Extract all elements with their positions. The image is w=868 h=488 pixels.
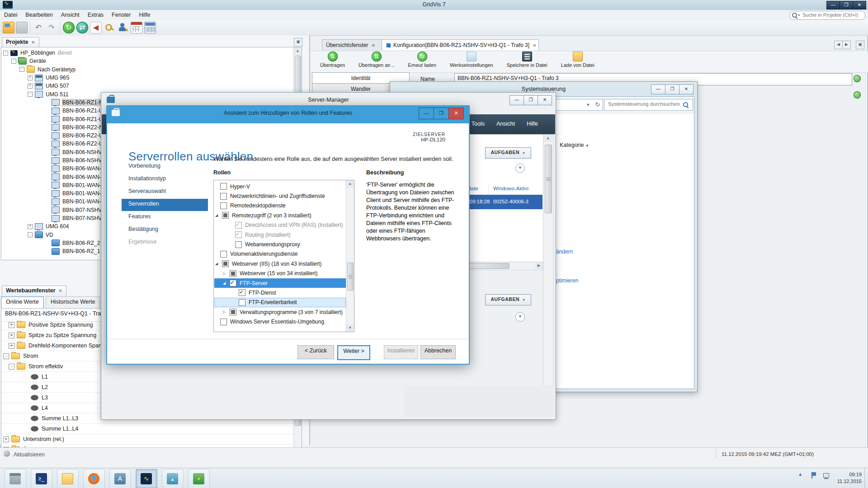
role-checkbox[interactable] (235, 231, 242, 238)
expand-toggle-icon[interactable] (215, 213, 222, 217)
expand-toggle-icon[interactable]: - (19, 67, 24, 72)
role-item[interactable]: Remotezugriff (2 von 3 installiert) (214, 211, 346, 220)
search-input[interactable] (802, 12, 864, 18)
close-button[interactable]: ✕ (679, 84, 693, 94)
config-toolbar-button[interactable]: Übertragen (316, 51, 349, 70)
database-sync-icon[interactable]: ⇄ (76, 22, 88, 33)
taskbar-app-button[interactable] (31, 469, 52, 488)
expand-toggle-icon[interactable]: - (28, 232, 33, 237)
taskbar-app-button[interactable] (83, 469, 105, 488)
close-button[interactable]: ✕ (853, 1, 866, 9)
menu-item[interactable]: Tools (472, 121, 485, 127)
tab-scroll-right-icon[interactable]: ▶ (842, 41, 851, 49)
role-checkbox[interactable] (230, 309, 236, 315)
maximize-button[interactable]: ❐ (524, 95, 538, 105)
open-project-icon[interactable] (3, 22, 14, 33)
taskbar-app-button[interactable] (136, 469, 157, 488)
expand-toggle-icon[interactable]: + (3, 436, 9, 442)
scroll-up-icon[interactable]: ▲ (543, 135, 552, 142)
role-item[interactable]: DirectAccess und VPN (RAS) (Installiert) (214, 221, 346, 230)
menu-item[interactable]: Hilfe (135, 10, 154, 18)
expand-toggle-icon[interactable]: - (28, 92, 33, 97)
action-center-icon[interactable] (811, 472, 818, 479)
expand-toggle-icon[interactable]: - (9, 364, 14, 370)
next-button[interactable]: Weiter > (337, 345, 370, 360)
close-icon[interactable]: ✕ (533, 43, 536, 48)
taskbar-app-button[interactable] (162, 469, 184, 488)
table-row-selected[interactable]: 5 09:18:28 00252-40006-3 (463, 195, 542, 209)
search-input[interactable] (607, 101, 681, 107)
vertical-scrollbar[interactable]: ▲ ▼ (543, 134, 554, 413)
value-tree-item[interactable]: + Unterstrom (rel.) (1, 434, 293, 445)
save-all-icon[interactable] (16, 22, 28, 33)
taskbar-clock[interactable]: 09:19 11.12.2015 (837, 471, 862, 485)
role-item[interactable]: Remotedesktopdienste (214, 201, 346, 211)
collapse-chevron-icon[interactable]: ▼ (515, 312, 525, 322)
refresh-icon[interactable]: ↻ (593, 99, 603, 111)
menu-item[interactable]: Ansicht (57, 10, 84, 18)
wizard-step[interactable]: Serverrollen (122, 199, 208, 211)
redo-icon[interactable]: ↷ (46, 22, 57, 33)
wizard-step[interactable]: Vorbereitung (122, 161, 208, 173)
network-icon[interactable] (823, 472, 830, 479)
import-icon[interactable]: ◀ (90, 22, 102, 33)
close-icon[interactable]: ✕ (59, 288, 62, 293)
key-icon[interactable] (104, 22, 115, 33)
panel-maximize-icon[interactable]: ▣ (294, 38, 302, 47)
tree-item[interactable]: + UMG 96S (1, 74, 302, 82)
expand-toggle-icon[interactable] (223, 281, 230, 285)
close-icon[interactable]: ✕ (31, 40, 35, 45)
taskbar-app-button[interactable] (5, 469, 26, 488)
calendar-icon[interactable] (131, 22, 142, 33)
role-checkbox[interactable] (220, 183, 227, 190)
scrollbar-thumb[interactable] (545, 145, 552, 213)
table-icon[interactable] (144, 22, 156, 33)
table-header-aktivierung[interactable]: Windows-Aktivi (493, 186, 528, 191)
value-tree-item[interactable]: Summe L1..L4 (1, 424, 293, 434)
scroll-down-icon[interactable]: ▼ (346, 324, 354, 332)
tree-item[interactable]: - HP_Böblingen Bereit (1, 49, 302, 57)
config-toolbar-button[interactable]: Erneut laden (405, 51, 440, 70)
expand-toggle-icon[interactable]: + (28, 84, 33, 89)
scrollbar-thumb[interactable] (468, 263, 509, 269)
expand-toggle-icon[interactable]: + (28, 75, 33, 80)
cancel-button[interactable]: Abbrechen (420, 345, 456, 359)
role-item[interactable]: Webserver (15 von 34 installiert) (214, 269, 346, 278)
minimize-button[interactable]: — (651, 84, 665, 94)
role-item[interactable]: Webserver (IIS) (18 von 43 installiert) (214, 259, 346, 268)
config-toolbar-button[interactable]: Werkseinstellungen (446, 51, 497, 70)
close-button[interactable]: ✕ (448, 108, 464, 119)
config-toolbar-button[interactable]: Lade von Datei (557, 51, 598, 70)
menu-item[interactable]: Ansicht (496, 121, 515, 127)
close-button[interactable]: ✕ (538, 95, 552, 105)
menu-item[interactable]: Extras (84, 10, 108, 18)
show-desktop-button[interactable] (864, 468, 868, 488)
install-button[interactable]: Installieren (384, 345, 418, 359)
config-toolbar-button[interactable]: Speichere in Datei (503, 51, 551, 70)
aufgaben-button[interactable]: AUFGABEN (485, 294, 531, 305)
tree-item[interactable]: - Nach Gerätetyp (1, 66, 302, 74)
scroll-right-icon[interactable]: ▶ (535, 262, 542, 269)
role-item[interactable]: FTP-Erweiterbarkeit (214, 298, 346, 307)
tree-item[interactable]: + UMG 507 (1, 82, 302, 90)
role-checkbox[interactable] (230, 270, 236, 277)
role-checkbox[interactable] (220, 319, 227, 325)
scroll-up-icon[interactable]: ▲ (346, 180, 354, 188)
wizard-step[interactable]: Serverauswahl (122, 186, 208, 198)
scrollbar-thumb[interactable] (347, 263, 354, 291)
user-lock-icon[interactable] (117, 22, 129, 33)
maximize-button[interactable]: ❐ (434, 108, 449, 119)
minimize-button[interactable]: — (419, 108, 434, 119)
wizard-step[interactable]: Ergebnisse (122, 237, 208, 249)
expand-toggle-icon[interactable] (223, 272, 230, 276)
expand-toggle-icon[interactable]: + (9, 333, 14, 338)
role-checkbox[interactable] (220, 202, 227, 209)
expand-toggle-icon[interactable] (215, 262, 222, 266)
menu-item[interactable]: Datei (0, 10, 21, 18)
close-icon[interactable]: ✕ (371, 43, 375, 48)
maximize-button[interactable]: ❐ (840, 1, 853, 9)
role-checkbox[interactable] (235, 222, 242, 229)
wizard-step[interactable]: Installationstyp (122, 174, 208, 186)
expand-toggle-icon[interactable]: - (3, 51, 8, 56)
role-checkbox[interactable] (235, 241, 242, 248)
